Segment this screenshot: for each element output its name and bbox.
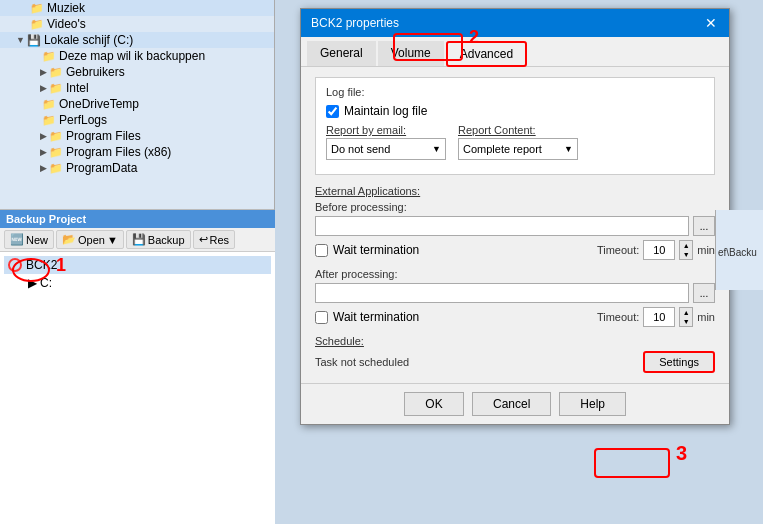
tab-advanced-label: Advanced: [460, 47, 513, 61]
tree-item-backup-folder[interactable]: 📁 Deze map wil ik backuppen: [0, 48, 274, 64]
after-wait-termination-label: Wait termination: [333, 310, 419, 324]
tree-item-drive-c[interactable]: ▼ 💾 Lokale schijf (C:): [0, 32, 274, 48]
dropdown-arrow-icon: ▼: [564, 144, 573, 154]
tree-item-intel[interactable]: ▶ 📁 Intel: [0, 80, 274, 96]
settings-button[interactable]: Settings: [643, 351, 715, 373]
backup-content: BCK2 ▶ C:: [0, 252, 275, 296]
tab-volume[interactable]: Volume: [378, 41, 444, 66]
restore-button[interactable]: ↩ Res: [193, 230, 236, 249]
tree-item-label: Video's: [47, 17, 86, 31]
annotation-number-3: 3: [676, 442, 687, 465]
maintain-log-checkbox[interactable]: [326, 105, 339, 118]
after-processing-input-row: ...: [315, 283, 715, 303]
before-timeout-down-button[interactable]: ▼: [680, 250, 692, 259]
after-processing-browse-button[interactable]: ...: [693, 283, 715, 303]
new-label: New: [26, 234, 48, 246]
ok-label: OK: [425, 397, 442, 411]
tree-item-label: Muziek: [47, 1, 85, 15]
partial-path-text: ef\Backu: [718, 212, 761, 258]
tree-item-label: Program Files: [66, 129, 141, 143]
dialog-tabs: General Volume Advanced: [301, 37, 729, 67]
ok-button[interactable]: OK: [404, 392, 464, 416]
tree-item-muziek[interactable]: 📁 Muziek: [0, 0, 274, 16]
after-processing-input[interactable]: [315, 283, 689, 303]
tree-item-videos[interactable]: 📁 Video's: [0, 16, 274, 32]
report-email-dropdown[interactable]: Do not send ▼: [326, 138, 446, 160]
dialog-body: Log file: Maintain log file Report by em…: [301, 67, 729, 383]
tab-general-label: General: [320, 46, 363, 60]
open-button[interactable]: 📂 Open ▼: [56, 230, 124, 249]
backup-item-bck2[interactable]: BCK2: [4, 256, 271, 274]
tree-item-program-files-x86[interactable]: ▶ 📁 Program Files (x86): [0, 144, 274, 160]
after-timeout-down-button[interactable]: ▼: [680, 317, 692, 326]
dialog-titlebar: BCK2 properties ✕: [301, 9, 729, 37]
dialog-title: BCK2 properties: [311, 16, 399, 30]
settings-button-label: Settings: [659, 356, 699, 368]
cancel-label: Cancel: [493, 397, 530, 411]
tree-item-programdata[interactable]: ▶ 📁 ProgramData: [0, 160, 274, 176]
tree-item-program-files[interactable]: ▶ 📁 Program Files: [0, 128, 274, 144]
schedule-section: Schedule: Task not scheduled Settings: [315, 335, 715, 373]
new-button[interactable]: 🆕 New: [4, 230, 54, 249]
after-timeout-input[interactable]: [643, 307, 675, 327]
folder-icon: 📁: [42, 114, 56, 127]
before-timeout-up-button[interactable]: ▲: [680, 241, 692, 250]
folder-icon: 📁: [30, 2, 44, 15]
log-file-section: Log file: Maintain log file Report by em…: [315, 77, 715, 175]
browse-icon: ...: [700, 288, 708, 299]
dialog-footer: OK Cancel Help: [301, 383, 729, 424]
backup-button[interactable]: 💾 Backup: [126, 230, 191, 249]
log-file-label: Log file:: [326, 86, 704, 98]
report-content-value: Complete report: [463, 143, 542, 155]
dropdown-arrow-icon: ▼: [432, 144, 441, 154]
task-status-label: Task not scheduled: [315, 356, 409, 368]
before-processing-browse-button[interactable]: ...: [693, 216, 715, 236]
report-content-label: Report Content:: [458, 124, 578, 136]
folder-icon: 📁: [42, 98, 56, 111]
before-timeout-input[interactable]: [643, 240, 675, 260]
tree-item-label: Deze map wil ik backuppen: [59, 49, 205, 63]
tree-item-label: ProgramData: [66, 161, 137, 175]
before-wait-termination-checkbox[interactable]: [315, 244, 328, 257]
help-label: Help: [580, 397, 605, 411]
tree-item-perflogs[interactable]: 📁 PerfLogs: [0, 112, 274, 128]
dialog-close-button[interactable]: ✕: [703, 15, 719, 31]
report-content-group: Report Content: Complete report ▼: [458, 124, 578, 160]
backup-toolbar: 🆕 New 📂 Open ▼ 💾 Backup ↩ Res: [0, 228, 275, 252]
backup-panel-header: Backup Project: [0, 210, 275, 228]
cancel-button[interactable]: Cancel: [472, 392, 551, 416]
tree-item-label: PerfLogs: [59, 113, 107, 127]
new-icon: 🆕: [10, 233, 24, 246]
after-wait-termination-checkbox[interactable]: [315, 311, 328, 324]
report-content-dropdown[interactable]: Complete report ▼: [458, 138, 578, 160]
schedule-label: Schedule:: [315, 335, 715, 347]
before-wait-checkbox-row: Wait termination: [315, 243, 419, 257]
tree-item-onedrivetemp[interactable]: 📁 OneDriveTemp: [0, 96, 274, 112]
before-wait-termination-row: Wait termination Timeout: ▲ ▼ min: [315, 240, 715, 260]
tab-volume-label: Volume: [391, 46, 431, 60]
tab-general[interactable]: General: [307, 41, 376, 66]
after-timeout-up-button[interactable]: ▲: [680, 308, 692, 317]
backup-label: Backup: [148, 234, 185, 246]
report-row: Report by email: Do not send ▼ Report Co…: [326, 124, 704, 160]
help-button[interactable]: Help: [559, 392, 626, 416]
folder-icon: 📁: [42, 50, 56, 63]
external-apps-section: External Applications: Before processing…: [315, 185, 715, 327]
backup-icon: 💾: [132, 233, 146, 246]
after-wait-checkbox-row: Wait termination: [315, 310, 419, 324]
schedule-row: Task not scheduled Settings: [315, 351, 715, 373]
tree-item-gebruikers[interactable]: ▶ 📁 Gebruikers: [0, 64, 274, 80]
open-label: Open: [78, 234, 105, 246]
tab-advanced[interactable]: Advanced: [446, 41, 527, 67]
before-timeout-unit: min: [697, 244, 715, 256]
after-wait-termination-row: Wait termination Timeout: ▲ ▼ min: [315, 307, 715, 327]
folder-icon: 📁: [49, 82, 63, 95]
before-wait-termination-label: Wait termination: [333, 243, 419, 257]
before-processing-group: Before processing: ... Wait termination …: [315, 201, 715, 260]
open-icon: 📂: [62, 233, 76, 246]
before-processing-input-row: ...: [315, 216, 715, 236]
after-processing-group: After processing: ... Wait termination T…: [315, 268, 715, 327]
backup-item-drive-c[interactable]: ▶ C:: [4, 274, 271, 292]
expand-arrow-icon: ▶: [40, 131, 47, 141]
before-processing-input[interactable]: [315, 216, 689, 236]
